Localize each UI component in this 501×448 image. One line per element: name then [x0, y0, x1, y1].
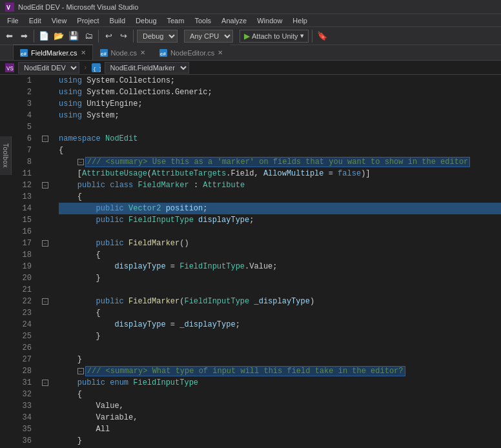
line-number: 6	[12, 133, 36, 145]
code-line: public FieldMarker(FieldInputType _displ…	[59, 296, 501, 307]
line-number: 8	[12, 156, 36, 168]
fold-button	[41, 435, 50, 447]
guide-gutter	[50, 75, 56, 448]
svg-text:V: V	[6, 5, 10, 12]
menu-debug[interactable]: Debug	[131, 16, 161, 25]
fold-button	[41, 365, 50, 377]
menu-help[interactable]: Help	[288, 16, 312, 25]
menu-view[interactable]: View	[47, 16, 72, 25]
toolbox-label: Toolbox	[2, 143, 9, 168]
lightbulb-icon[interactable]: 💡	[56, 203, 57, 214]
tab-fieldmarker-close[interactable]: ✕	[81, 49, 86, 56]
attach-to-unity-button[interactable]: ▶ Attach to Unity ▾	[240, 30, 309, 43]
main-area: Toolbox 12345678111213141516171819202122…	[0, 75, 501, 448]
fold-button	[41, 389, 50, 400]
forward-button[interactable]: ➡	[17, 30, 30, 43]
save-button[interactable]: 💾	[67, 30, 80, 43]
new-file-button[interactable]: 📄	[37, 30, 50, 43]
class-dropdown[interactable]: NodEdit.FieldMarker	[105, 62, 189, 74]
code-editor[interactable]: 1234567811121314151617181920212223242526…	[12, 75, 501, 448]
line-number: 22	[12, 296, 36, 307]
platform-dropdown[interactable]: Any CPU	[184, 30, 233, 43]
line-number: 2	[12, 87, 36, 98]
menu-bar: File Edit View Project Build Debug Team …	[0, 14, 501, 27]
line-number: 4	[12, 110, 36, 121]
bookmark-button[interactable]: 🔖	[316, 30, 329, 43]
code-line	[59, 342, 501, 354]
line-number: 11	[12, 168, 36, 179]
code-line: using System.Collections.Generic;	[59, 87, 501, 98]
line-number: 23	[12, 307, 36, 319]
fold-button	[41, 249, 50, 261]
tab-nodeeditor[interactable]: c# NodeEditor.cs ✕	[152, 45, 230, 60]
line-number: 33	[12, 400, 36, 412]
toolbox-panel[interactable]: Toolbox	[0, 136, 12, 175]
code-line: −/// <summary> What type of input will t…	[59, 365, 501, 377]
tab-nodeeditor-close[interactable]: ✕	[218, 49, 223, 56]
code-line: 💡 public Vector2 position;	[59, 203, 501, 214]
fold-button	[41, 121, 50, 133]
cs-file-icon-2: c#	[100, 49, 108, 57]
line-number: 12	[12, 179, 36, 191]
namespace-icon: { }	[92, 63, 101, 72]
code-line: {	[59, 249, 501, 261]
tab-node-label: Node.cs	[111, 49, 137, 57]
toolbar: ⬅ ➡ 📄 📂 💾 🗂 ↩ ↪ Debug Any CPU ▶ Attach t…	[0, 27, 501, 45]
attach-label: Attach to Unity	[252, 32, 298, 40]
menu-file[interactable]: File	[3, 16, 23, 25]
line-number: 34	[12, 412, 36, 423]
attach-dropdown-icon: ▾	[300, 32, 304, 40]
redo-button[interactable]: ↪	[117, 30, 130, 43]
tab-node-close[interactable]: ✕	[140, 49, 145, 56]
fold-gutter: −−−−−	[41, 75, 50, 448]
save-all-button[interactable]: 🗂	[82, 30, 95, 43]
fold-button[interactable]: −	[41, 179, 50, 191]
svg-text:c#: c#	[101, 51, 107, 57]
line-number: 21	[12, 284, 36, 296]
code-line: public class FieldMarker : Attribute	[59, 179, 501, 191]
code-line: displayType = FieldInputType.Value;	[59, 261, 501, 272]
fold-button	[41, 191, 50, 203]
code-line: using System.Collections;	[59, 75, 501, 87]
fold-button	[41, 98, 50, 110]
line-number: 15	[12, 214, 36, 226]
back-button[interactable]: ⬅	[3, 30, 15, 43]
project-dropdown[interactable]: NodEdit DEV	[18, 62, 79, 74]
menu-window[interactable]: Window	[252, 16, 287, 25]
code-line: {	[59, 191, 501, 203]
fold-button[interactable]: −	[41, 238, 50, 249]
fold-button	[41, 319, 50, 331]
tab-node[interactable]: c# Node.cs ✕	[93, 45, 152, 60]
line-number: 1	[12, 75, 36, 87]
line-number: 20	[12, 272, 36, 284]
menu-project[interactable]: Project	[72, 16, 103, 25]
fold-button[interactable]: −	[41, 377, 50, 389]
line-number: 26	[12, 342, 36, 354]
open-button[interactable]: 📂	[52, 30, 65, 43]
window-title: NodEdit DEV - Microsoft Visual Studio	[18, 3, 138, 11]
menu-build[interactable]: Build	[105, 16, 130, 25]
fold-button[interactable]: −	[41, 296, 50, 307]
play-icon: ▶	[244, 32, 250, 41]
code-line: All	[59, 423, 501, 435]
menu-analyze[interactable]: Analyze	[217, 16, 251, 25]
tab-fieldmarker[interactable]: c# FieldMarker.cs ✕	[13, 45, 93, 60]
tab-nodeeditor-label: NodeEditor.cs	[170, 49, 214, 57]
debug-mode-dropdown[interactable]: Debug	[137, 30, 178, 43]
menu-tools[interactable]: Tools	[190, 16, 216, 25]
line-number: 19	[12, 261, 36, 272]
menu-team[interactable]: Team	[163, 16, 189, 25]
fold-button	[41, 354, 50, 365]
cs-file-icon-3: c#	[159, 49, 167, 57]
svg-text:{ }: { }	[93, 66, 101, 72]
menu-edit[interactable]: Edit	[25, 16, 46, 25]
svg-text:VS: VS	[6, 66, 14, 72]
fold-button	[41, 87, 50, 98]
fold-button[interactable]: −	[41, 133, 50, 145]
line-number: 7	[12, 145, 36, 156]
undo-button[interactable]: ↩	[102, 30, 115, 43]
code-line: using UnityEngine;	[59, 98, 501, 110]
svg-text:c#: c#	[21, 51, 26, 57]
fold-button	[41, 75, 50, 87]
line-number: 31	[12, 377, 36, 389]
